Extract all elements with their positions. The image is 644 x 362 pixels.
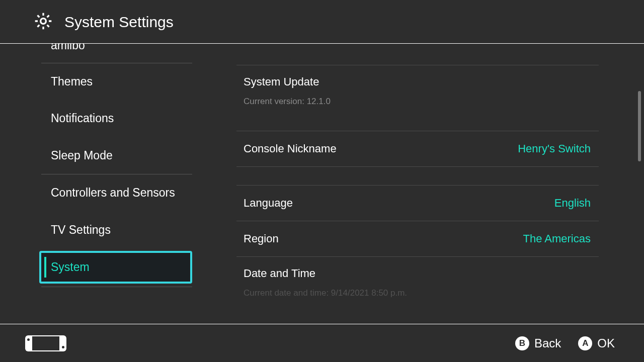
region-label: Region (244, 232, 279, 245)
date-time-subtext: Current date and time: 9/14/2021 8:50 p.… (244, 288, 407, 298)
row-system-update[interactable]: System Update Current version: 12.1.0 (236, 65, 599, 119)
hint-back[interactable]: B Back (515, 336, 561, 350)
header: System Settings (0, 0, 644, 44)
sidebar-item-sleep-mode[interactable]: Sleep Mode (0, 137, 215, 174)
language-label: Language (244, 197, 293, 210)
footer: B Back A OK (0, 324, 644, 362)
console-nickname-label: Console Nickname (244, 142, 337, 155)
row-language[interactable]: Language English (236, 185, 599, 221)
sidebar-item-notifications[interactable]: Notifications (0, 100, 215, 137)
sidebar-item-amiibo[interactable]: amiibo (0, 44, 215, 63)
sidebar-divider (41, 287, 192, 287)
b-button-icon: B (515, 336, 529, 350)
sidebar-item-themes[interactable]: Themes (0, 63, 215, 101)
row-date-time[interactable]: Date and Time Current date and time: 9/1… (236, 256, 599, 298)
console-nickname-value: Henry's Switch (518, 142, 591, 155)
controller-icon[interactable] (25, 335, 66, 351)
system-update-version: Current version: 12.1.0 (244, 97, 331, 107)
language-value: English (554, 197, 591, 210)
svg-point-0 (41, 19, 46, 24)
gear-icon (33, 11, 64, 33)
sidebar-item-tv-settings[interactable]: TV Settings (0, 212, 215, 249)
ok-label: OK (597, 336, 615, 350)
sidebar-item-system[interactable]: System (39, 251, 192, 284)
region-value: The Americas (523, 232, 591, 245)
sidebar-item-controllers[interactable]: Controllers and Sensors (0, 174, 215, 212)
scrollbar[interactable] (638, 91, 641, 161)
system-update-label: System Update (244, 75, 319, 88)
date-time-label: Date and Time (244, 267, 315, 280)
back-label: Back (534, 336, 561, 350)
sidebar: amiibo Themes Notifications Sleep Mode C… (0, 44, 215, 317)
row-console-nickname[interactable]: Console Nickname Henry's Switch (236, 131, 599, 167)
page-title: System Settings (64, 14, 174, 31)
hint-ok[interactable]: A OK (578, 336, 615, 350)
content-panel: System Update Current version: 12.1.0 Co… (215, 44, 644, 317)
a-button-icon: A (578, 336, 592, 350)
row-region[interactable]: Region The Americas (236, 221, 599, 256)
main-area: amiibo Themes Notifications Sleep Mode C… (0, 44, 644, 317)
